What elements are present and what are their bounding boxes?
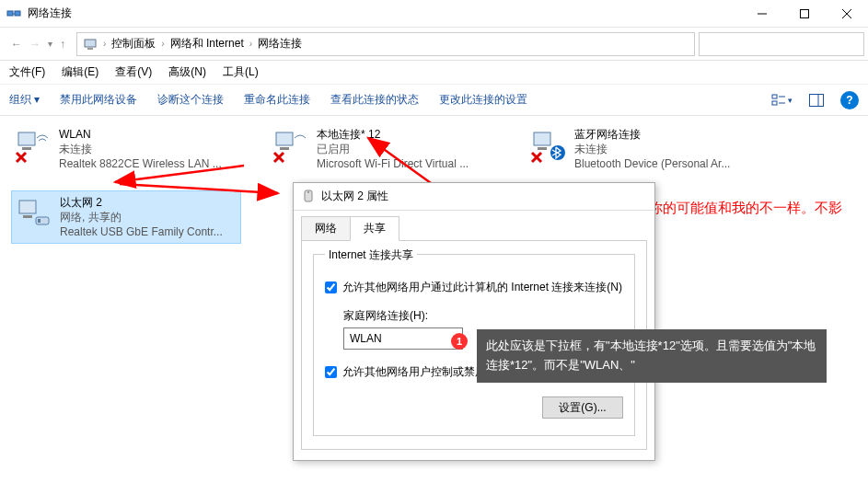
pc-icon (83, 37, 98, 52)
svg-point-38 (307, 191, 309, 193)
connection-wlan[interactable]: WLAN 未连接 Realtek 8822CE Wireless LAN ... (11, 123, 241, 176)
window-title: 网络连接 (28, 6, 741, 21)
annotation-badge-1: 1 (451, 333, 468, 350)
forward-button[interactable]: → (29, 38, 41, 51)
toolbar: 组织 ▾ 禁用此网络设备 诊断这个连接 重命名此连接 查看此连接的状态 更改此连… (0, 85, 868, 116)
titlebar: 网络连接 (0, 0, 868, 28)
search-input[interactable] (699, 32, 864, 56)
dialog-tabs: 网络 共享 (294, 211, 654, 241)
maximize-button[interactable] (783, 0, 826, 28)
chevron-right-icon: › (103, 39, 106, 49)
menu-advanced[interactable]: 高级(N) (168, 64, 206, 80)
connection-name: 本地连接* 12 (317, 127, 469, 142)
svg-rect-0 (7, 11, 13, 16)
breadcrumb-2[interactable]: 网络和 Internet (170, 36, 244, 52)
home-network-combo[interactable]: WLAN ▾ (343, 327, 463, 350)
allow-connect-row[interactable]: 允许其他网络用户通过此计算机的 Internet 连接来连接(N) (325, 280, 623, 295)
allow-control-checkbox[interactable] (325, 366, 337, 378)
svg-rect-1 (15, 11, 20, 16)
svg-rect-8 (87, 48, 93, 50)
svg-rect-15 (18, 132, 35, 145)
address-bar[interactable]: › 控制面板 › 网络和 Internet › 网络连接 (76, 32, 695, 56)
recent-dropdown[interactable]: ▾ (48, 39, 52, 49)
connection-name: 以太网 2 (60, 195, 223, 210)
annotation-tooltip: 此处应该是下拉框，有"本地连接*12"选项。且需要选值为"本地连接*12"。而不… (477, 329, 827, 383)
rename-button[interactable]: 重命名此连接 (244, 92, 310, 108)
allow-connect-label: 允许其他网络用户通过此计算机的 Internet 连接来连接(N) (342, 280, 622, 295)
svg-rect-4 (801, 9, 809, 17)
svg-rect-24 (538, 147, 547, 150)
diagnose-button[interactable]: 诊断这个连接 (157, 92, 224, 108)
chevron-right-icon: › (249, 39, 252, 49)
svg-rect-16 (22, 147, 31, 150)
svg-rect-9 (772, 95, 777, 98)
svg-rect-29 (23, 215, 32, 218)
connection-name: 蓝牙网络连接 (574, 127, 730, 142)
svg-rect-19 (276, 132, 293, 145)
chevron-right-icon: › (161, 39, 164, 49)
connection-status: 未连接 (574, 142, 730, 156)
combo-value: WLAN (350, 332, 382, 345)
allow-connect-checkbox[interactable] (325, 281, 337, 293)
app-icon (0, 6, 28, 21)
menu-file[interactable]: 文件(F) (9, 64, 45, 80)
connection-status: 未连接 (59, 142, 222, 156)
svg-rect-23 (534, 132, 550, 145)
help-button[interactable]: ? (840, 91, 859, 109)
menu-tools[interactable]: 工具(L) (223, 64, 259, 80)
svg-rect-10 (772, 101, 777, 105)
connection-device: Realtek 8822CE Wireless LAN ... (59, 156, 222, 171)
connection-device: Bluetooth Device (Personal Ar... (574, 156, 730, 171)
navbar: ← → ▾ ↑ › 控制面板 › 网络和 Internet › 网络连接 (0, 28, 868, 61)
dialog-titlebar: 以太网 2 属性 (294, 183, 654, 211)
preview-pane-icon[interactable] (805, 89, 827, 111)
back-button[interactable]: ← (11, 38, 22, 51)
network-adapter-icon (15, 127, 52, 164)
menubar: 文件(F) 编辑(E) 查看(V) 高级(N) 工具(L) (0, 61, 868, 85)
connection-device: Realtek USB GbE Family Contr... (60, 224, 223, 239)
connection-device: Microsoft Wi-Fi Direct Virtual ... (317, 156, 469, 171)
svg-rect-28 (19, 201, 36, 213)
change-settings-button[interactable]: 更改此连接的设置 (439, 92, 527, 108)
network-adapter-icon (272, 127, 309, 164)
organize-button[interactable]: 组织 ▾ (9, 92, 40, 108)
svg-rect-20 (280, 147, 289, 150)
menu-edit[interactable]: 编辑(E) (62, 64, 98, 80)
minimize-button[interactable] (741, 0, 783, 28)
connection-status: 网络, 共享的 (60, 210, 223, 224)
settings-button[interactable]: 设置(G)... (542, 396, 623, 419)
network-adapter-icon (16, 195, 52, 232)
connection-status: 已启用 (317, 142, 469, 156)
properties-dialog: 以太网 2 属性 网络 共享 Internet 连接共享 允许其他网络用户通过此… (293, 182, 655, 461)
group-title: Internet 连接共享 (325, 247, 417, 263)
status-button[interactable]: 查看此连接的状态 (330, 92, 419, 108)
svg-rect-31 (38, 219, 41, 223)
up-button[interactable]: ↑ (60, 38, 65, 51)
tab-network[interactable]: 网络 (301, 216, 351, 241)
disable-device-button[interactable]: 禁用此网络设备 (60, 92, 137, 108)
view-dropdown-icon[interactable]: ▾ (770, 89, 793, 111)
dialog-icon (301, 190, 316, 204)
connection-bluetooth[interactable]: 蓝牙网络连接 未连接 Bluetooth Device (Personal Ar… (527, 123, 757, 176)
connection-ethernet-2[interactable]: 以太网 2 网络, 共享的 Realtek USB GbE Family Con… (11, 190, 241, 245)
tab-sharing[interactable]: 共享 (350, 216, 399, 241)
network-adapter-icon (530, 127, 567, 164)
svg-rect-13 (810, 94, 824, 106)
connection-local-12[interactable]: 本地连接* 12 已启用 Microsoft Wi-Fi Direct Virt… (269, 123, 499, 176)
home-network-label: 家庭网络连接(H): (343, 308, 623, 324)
svg-rect-7 (85, 40, 96, 47)
dialog-title: 以太网 2 属性 (321, 189, 388, 204)
breadcrumb-1[interactable]: 控制面板 (111, 36, 156, 52)
close-button[interactable] (826, 0, 868, 28)
menu-view[interactable]: 查看(V) (115, 64, 152, 80)
breadcrumb-3[interactable]: 网络连接 (258, 36, 302, 52)
connection-name: WLAN (59, 127, 222, 142)
